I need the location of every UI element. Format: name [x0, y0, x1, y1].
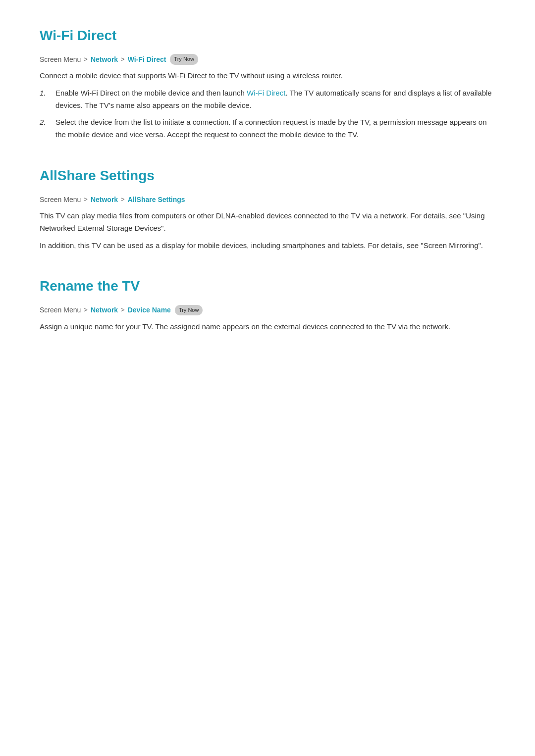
allshare-section: AllShare Settings Screen Menu > Network …: [40, 165, 495, 252]
try-now-badge-1[interactable]: Try Now: [170, 54, 198, 65]
breadcrumb-network-3[interactable]: Network: [91, 304, 118, 315]
try-now-badge-3[interactable]: Try Now: [175, 305, 203, 316]
allshare-para-1: This TV can play media files from comput…: [40, 210, 495, 235]
rename-tv-title: Rename the TV: [40, 275, 495, 298]
breadcrumb-allshare-settings[interactable]: AllShare Settings: [128, 194, 185, 205]
breadcrumb-sep-1b: >: [121, 54, 125, 65]
wifi-direct-inline-link[interactable]: Wi-Fi Direct: [247, 89, 285, 97]
wifi-direct-intro: Connect a mobile device that supports Wi…: [40, 70, 495, 82]
allshare-title: AllShare Settings: [40, 165, 495, 187]
rename-tv-section: Rename the TV Screen Menu > Network > De…: [40, 275, 495, 333]
list-content-2: Select the device from the list to initi…: [55, 116, 495, 141]
breadcrumb-device-name[interactable]: Device Name: [128, 304, 171, 315]
list-item: 1. Enable Wi-Fi Direct on the mobile dev…: [40, 87, 495, 112]
list-number-1: 1.: [40, 87, 55, 100]
breadcrumb-screen-menu-2: Screen Menu: [40, 194, 81, 205]
list-number-2: 2.: [40, 116, 55, 129]
breadcrumb-screen-menu-3: Screen Menu: [40, 304, 81, 315]
breadcrumb-sep-1a: >: [84, 54, 88, 65]
wifi-direct-list: 1. Enable Wi-Fi Direct on the mobile dev…: [40, 87, 495, 141]
breadcrumb-sep-3a: >: [84, 305, 88, 315]
breadcrumb-sep-3b: >: [121, 305, 125, 315]
rename-tv-breadcrumb: Screen Menu > Network > Device Name Try …: [40, 304, 495, 315]
list-item: 2. Select the device from the list to in…: [40, 116, 495, 141]
breadcrumb-sep-2b: >: [121, 195, 125, 205]
allshare-para-2: In addition, this TV can be used as a di…: [40, 240, 495, 252]
list-content-1: Enable Wi-Fi Direct on the mobile device…: [55, 87, 495, 112]
allshare-breadcrumb: Screen Menu > Network > AllShare Setting…: [40, 194, 495, 205]
breadcrumb-screen-menu-1: Screen Menu: [40, 54, 81, 65]
breadcrumb-network-1[interactable]: Network: [91, 54, 118, 65]
wifi-direct-title: Wi-Fi Direct: [40, 25, 495, 47]
wifi-direct-section: Wi-Fi Direct Screen Menu > Network > Wi-…: [40, 25, 495, 141]
wifi-direct-breadcrumb: Screen Menu > Network > Wi-Fi Direct Try…: [40, 54, 495, 65]
rename-tv-para-1: Assign a unique name for your TV. The as…: [40, 321, 495, 333]
breadcrumb-sep-2a: >: [84, 195, 88, 205]
breadcrumb-network-2[interactable]: Network: [91, 194, 118, 205]
breadcrumb-wifi-direct[interactable]: Wi-Fi Direct: [128, 54, 166, 65]
